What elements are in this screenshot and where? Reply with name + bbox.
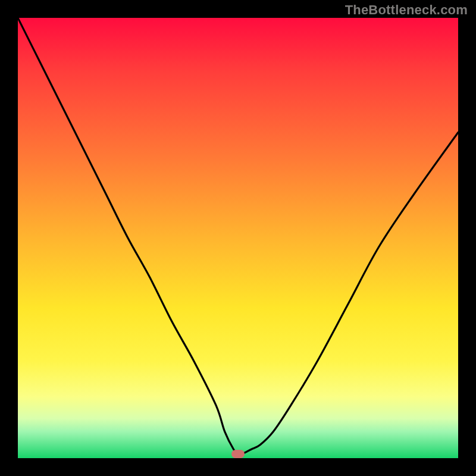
optimal-point-marker (231, 450, 245, 458)
chart-frame: TheBottleneck.com (0, 0, 476, 476)
watermark-text: TheBottleneck.com (345, 2, 468, 18)
bottleneck-curve (18, 18, 458, 458)
plot-area (18, 18, 458, 458)
